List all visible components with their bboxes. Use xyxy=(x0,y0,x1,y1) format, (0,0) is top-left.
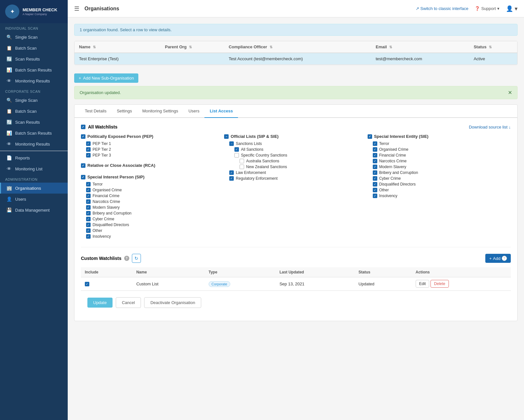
sip-narcotics-item: ✓ Narcotics Crime xyxy=(81,199,218,205)
sip-modern-slavery-checkbox[interactable]: ✓ xyxy=(86,205,91,210)
sie-narcotics-checkbox[interactable]: ✓ xyxy=(373,159,377,163)
sidebar-item-users[interactable]: 👤 Users xyxy=(0,194,68,205)
sidebar-item-individual-batch-scan-results[interactable]: 📊 Batch Scan Results xyxy=(0,64,68,75)
sidebar-logo: ✦ MEMBER CHECK A Napier Company xyxy=(0,0,68,23)
add-help-icon[interactable]: ? xyxy=(502,256,507,261)
cancel-button[interactable]: Cancel xyxy=(116,297,141,308)
sidebar-item-corporate-monitoring-results[interactable]: 👁 Monitoring Results xyxy=(0,138,68,149)
user-menu[interactable]: 👤 ▾ xyxy=(506,5,518,12)
user-icon: 👤 xyxy=(506,5,513,12)
sidebar-item-corporate-single-scan[interactable]: 🔍 Single Scan xyxy=(0,95,68,106)
sidebar-item-monitoring-list[interactable]: 👁 Monitoring List xyxy=(0,163,68,174)
sidebar-item-organisations[interactable]: 🏢 Organisations xyxy=(0,183,68,194)
pep-tier1-checkbox[interactable]: ✓ xyxy=(86,141,91,146)
pep-tier2-checkbox[interactable]: ✓ xyxy=(86,147,91,152)
support-dropdown[interactable]: ❓ Support ▾ xyxy=(475,6,499,11)
custom-wl-actions: Edit Delete xyxy=(412,277,511,291)
sidebar-item-label: Monitoring List xyxy=(15,167,43,171)
custom-list-delete-button[interactable]: Delete xyxy=(430,280,449,288)
sanctions-lists-checkbox[interactable]: − xyxy=(229,141,234,146)
download-source-list-link[interactable]: Download source list ↓ xyxy=(469,125,511,129)
regulatory-enforcement-checkbox[interactable]: ✓ xyxy=(229,176,234,181)
sidebar-item-label: Reports xyxy=(15,156,30,160)
sidebar-item-individual-single-scan[interactable]: 🔍 Single Scan xyxy=(0,32,68,43)
sip-disqualified-item: ✓ Disqualified Directors xyxy=(81,222,218,228)
custom-wl-include: ✓ xyxy=(81,277,133,291)
custom-watchlists-help-icon[interactable]: ? xyxy=(124,256,129,261)
sip-bribery-checkbox[interactable]: ✓ xyxy=(86,211,91,215)
col-email[interactable]: Email ⇅ xyxy=(371,41,469,53)
sidebar-item-data-management[interactable]: 💾 Data Management xyxy=(0,205,68,215)
sidebar-item-reports[interactable]: 📄 Reports xyxy=(0,152,68,163)
users-icon: 👤 xyxy=(6,196,12,202)
col-status[interactable]: Status ⇅ xyxy=(469,41,517,53)
nz-sanctions-checkbox[interactable] xyxy=(240,165,244,169)
specific-country-sanctions-checkbox[interactable] xyxy=(234,153,239,158)
custom-list-edit-button[interactable]: Edit xyxy=(416,280,430,288)
update-button[interactable]: Update xyxy=(87,298,113,308)
sidebar-item-individual-batch-scan[interactable]: 📋 Batch Scan xyxy=(0,43,68,53)
col-status: Status xyxy=(355,267,412,277)
tab-settings[interactable]: Settings xyxy=(112,105,137,118)
sip-organised-crime-checkbox[interactable]: ✓ xyxy=(86,188,91,192)
rca-checkbox[interactable]: ✓ xyxy=(81,163,85,168)
sidebar-item-individual-scan-results[interactable]: 🔄 Scan Results xyxy=(0,53,68,64)
switch-classic-link[interactable]: ↗ Switch to classic interface xyxy=(416,6,469,11)
official-lists-checkbox[interactable]: − xyxy=(224,134,229,139)
sie-modern-slavery-checkbox[interactable]: ✓ xyxy=(373,165,377,169)
pep-tier3-checkbox[interactable]: ✓ xyxy=(86,153,91,158)
sidebar-item-corporate-batch-scan-results[interactable]: 📊 Batch Scan Results xyxy=(0,128,68,138)
sie-label: Special Interest Entity (SIE) xyxy=(374,134,429,139)
tab-test-details[interactable]: Test Details xyxy=(80,105,112,118)
sie-bribery-checkbox[interactable]: ✓ xyxy=(373,170,377,175)
menu-icon[interactable]: ☰ xyxy=(74,5,79,12)
sie-terror-item: ✓ Terror xyxy=(368,141,504,147)
question-icon: ❓ xyxy=(475,6,480,11)
col-compliance-officer[interactable]: Compliance Officer ⇅ xyxy=(224,41,371,53)
col-name[interactable]: Name ⇅ xyxy=(74,41,161,53)
sie-insolvency-checkbox[interactable]: ✓ xyxy=(373,194,377,198)
col-parent-org[interactable]: Parent Org ⇅ xyxy=(161,41,224,53)
sie-financial-crime-checkbox[interactable]: ✓ xyxy=(373,153,377,158)
eye-icon: 👁 xyxy=(6,78,12,83)
sie-cyber-item: ✓ Cyber Crime xyxy=(368,176,504,181)
custom-list-include-checkbox[interactable]: ✓ xyxy=(85,282,89,286)
australia-sanctions-checkbox[interactable] xyxy=(240,159,244,163)
sidebar-item-individual-monitoring-results[interactable]: 👁 Monitoring Results xyxy=(0,75,68,86)
sidebar-item-corporate-batch-scan[interactable]: 📋 Batch Scan xyxy=(0,106,68,117)
add-sub-organisation-button[interactable]: + Add New Sub-Organisation xyxy=(74,73,138,83)
close-success-banner-button[interactable]: ✕ xyxy=(508,90,512,96)
all-watchlists-check: ✓ All Watchlists xyxy=(81,124,117,129)
all-watchlists-checkbox[interactable]: ✓ xyxy=(81,125,85,129)
sip-disqualified-checkbox[interactable]: ✓ xyxy=(86,223,91,227)
sip-financial-crime-checkbox[interactable]: ✓ xyxy=(86,194,91,198)
sie-cyber-checkbox[interactable]: ✓ xyxy=(373,176,377,181)
sip-terror-checkbox[interactable]: ✓ xyxy=(86,182,91,186)
page-title: Organisations xyxy=(84,6,410,12)
sip-insolvency-item: ✓ Insolvency xyxy=(81,234,218,239)
sip-cyber-checkbox[interactable]: ✓ xyxy=(86,217,91,221)
sie-other-checkbox[interactable]: ✓ xyxy=(373,188,377,192)
law-enforcement-checkbox[interactable]: ✓ xyxy=(229,170,234,175)
sie-insolvency-item: ✓ Insolvency xyxy=(368,193,504,199)
sip-checkbox[interactable]: ✓ xyxy=(81,175,85,179)
pep-checkbox[interactable]: ✓ xyxy=(81,134,85,139)
all-sanctions-checkbox[interactable]: ✓ xyxy=(234,147,239,152)
tab-monitoring-settings[interactable]: Monitoring Settings xyxy=(137,105,183,118)
sip-other-checkbox[interactable]: ✓ xyxy=(86,228,91,233)
sip-narcotics-checkbox[interactable]: ✓ xyxy=(86,199,91,204)
tab-list-access[interactable]: List Access xyxy=(204,105,238,118)
custom-watchlists-refresh-button[interactable]: ↻ xyxy=(132,254,141,263)
sie-terror-checkbox[interactable]: ✓ xyxy=(373,141,377,146)
tab-users[interactable]: Users xyxy=(183,105,204,118)
sie-checkbox[interactable]: ✓ xyxy=(368,134,372,139)
sidebar-item-label: Batch Scan Results xyxy=(15,131,52,136)
sip-insolvency-checkbox[interactable]: ✓ xyxy=(86,234,91,239)
custom-watchlists-add-button[interactable]: + Add ? xyxy=(485,254,511,263)
sie-disqualified-checkbox[interactable]: ✓ xyxy=(373,182,377,186)
deactivate-organisation-button[interactable]: Deactivate Organisation xyxy=(144,297,201,308)
sie-organised-crime-checkbox[interactable]: ✓ xyxy=(373,147,377,152)
batch-icon: 📋 xyxy=(6,45,12,51)
sidebar-item-corporate-scan-results[interactable]: 🔄 Scan Results xyxy=(0,117,68,128)
table-row[interactable]: Test Enterprise (Test) Test Account (tes… xyxy=(74,53,517,65)
